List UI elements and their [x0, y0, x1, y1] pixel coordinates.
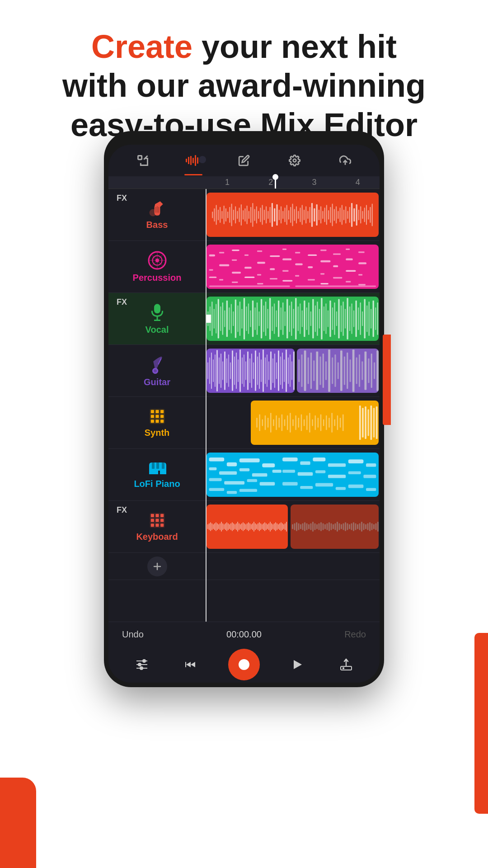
svg-rect-306: [368, 359, 369, 383]
track-content-synth[interactable]: [206, 397, 380, 448]
svg-rect-441: [255, 523, 256, 530]
svg-rect-6: [195, 155, 196, 166]
add-track-button[interactable]: [147, 557, 167, 576]
pencil-button[interactable]: [233, 149, 255, 172]
svg-rect-505: [373, 524, 375, 529]
svg-rect-91: [362, 211, 363, 219]
svg-rect-65: [310, 207, 310, 222]
svg-rect-222: [353, 310, 354, 327]
svg-rect-124: [282, 249, 286, 250]
svg-rect-491: [345, 522, 346, 531]
svg-rect-260: [251, 354, 252, 388]
svg-rect-473: [308, 524, 310, 529]
svg-rect-240: [213, 359, 214, 382]
svg-rect-314: [150, 415, 154, 418]
svg-rect-362: [209, 458, 225, 462]
svg-rect-326: [273, 419, 274, 426]
svg-rect-443: [258, 523, 258, 530]
redo-button[interactable]: Redo: [344, 629, 366, 640]
svg-rect-446: [262, 524, 263, 529]
svg-rect-402: [160, 519, 164, 522]
undo-button[interactable]: Undo: [122, 629, 144, 640]
svg-rect-467: [296, 522, 297, 531]
svg-rect-286: [308, 358, 309, 384]
svg-rect-247: [226, 359, 227, 383]
svg-rect-379: [300, 462, 310, 465]
svg-rect-382: [282, 470, 295, 473]
svg-rect-72: [324, 208, 325, 222]
play-button[interactable]: [286, 653, 309, 676]
svg-rect-66: [311, 203, 313, 227]
svg-rect-392: [348, 471, 361, 474]
track-content-bass[interactable]: [206, 189, 380, 241]
svg-rect-301: [352, 349, 355, 392]
side-scroll-indicator: [383, 335, 391, 425]
track-content-percussion[interactable]: [206, 241, 380, 292]
svg-rect-172: [246, 307, 247, 331]
svg-rect-460: [281, 522, 282, 531]
track-add-label[interactable]: [108, 553, 206, 580]
svg-rect-468: [298, 523, 300, 530]
svg-rect-244: [221, 354, 221, 388]
track-content-guitar[interactable]: [206, 345, 380, 396]
svg-rect-419: [225, 523, 226, 530]
svg-rect-139: [333, 254, 341, 255]
svg-rect-298: [344, 356, 345, 385]
svg-rect-167: [235, 300, 236, 338]
track-content-keyboard[interactable]: [206, 501, 380, 552]
svg-rect-321: [259, 414, 260, 431]
svg-rect-495: [353, 522, 354, 531]
svg-rect-381: [328, 463, 346, 467]
svg-rect-217: [343, 302, 343, 336]
svg-rect-132: [308, 255, 317, 256]
svg-rect-176: [254, 307, 255, 330]
svg-rect-237: [207, 362, 208, 379]
svg-rect-323: [265, 415, 266, 430]
track-content-vocal[interactable]: [206, 293, 380, 344]
mic-icon: [149, 303, 165, 322]
svg-rect-85: [349, 207, 350, 222]
back-button[interactable]: [131, 149, 154, 172]
svg-rect-259: [249, 359, 250, 383]
svg-rect-377: [239, 489, 257, 492]
track-content-lofi-piano[interactable]: [206, 449, 380, 500]
export-button[interactable]: [335, 653, 357, 676]
svg-rect-134: [308, 279, 315, 280]
svg-rect-231: [373, 301, 374, 337]
record-button[interactable]: [228, 649, 260, 680]
svg-rect-401: [155, 519, 159, 522]
percussion-icon: [148, 251, 167, 270]
svg-rect-145: [346, 281, 351, 283]
svg-rect-181: [265, 302, 266, 336]
settings-button[interactable]: [283, 149, 306, 172]
svg-rect-105: [209, 269, 213, 270]
timeline-ruler: 1 2 3 4: [108, 176, 380, 189]
ruler-mark-1: 1: [206, 178, 249, 187]
svg-rect-365: [262, 463, 275, 467]
svg-rect-332: [290, 413, 291, 433]
upload-button[interactable]: [334, 149, 357, 172]
svg-rect-258: [247, 352, 249, 390]
eq-button[interactable]: [131, 653, 153, 676]
svg-rect-54: [288, 210, 289, 220]
svg-rect-274: [278, 350, 279, 391]
svg-rect-219: [347, 298, 348, 339]
svg-rect-254: [239, 349, 241, 392]
rewind-button[interactable]: [179, 653, 202, 676]
svg-rect-368: [239, 468, 249, 472]
svg-rect-108: [219, 264, 229, 266]
svg-rect-88: [356, 204, 357, 225]
track-label-bass: FX Bass: [108, 189, 206, 241]
svg-rect-148: [358, 274, 362, 275]
svg-rect-281: [291, 361, 292, 380]
svg-rect-384: [315, 470, 325, 473]
track-name-vocal: Vocal: [145, 325, 169, 335]
keyboard-grid-icon: [149, 512, 166, 529]
track-name-keyboard: Keyboard: [136, 532, 178, 542]
svg-rect-263: [257, 356, 258, 385]
svg-rect-487: [337, 522, 338, 532]
svg-rect-136: [320, 260, 330, 262]
svg-rect-436: [248, 522, 249, 531]
svg-rect-21: [224, 205, 225, 224]
svg-rect-58: [296, 206, 297, 223]
